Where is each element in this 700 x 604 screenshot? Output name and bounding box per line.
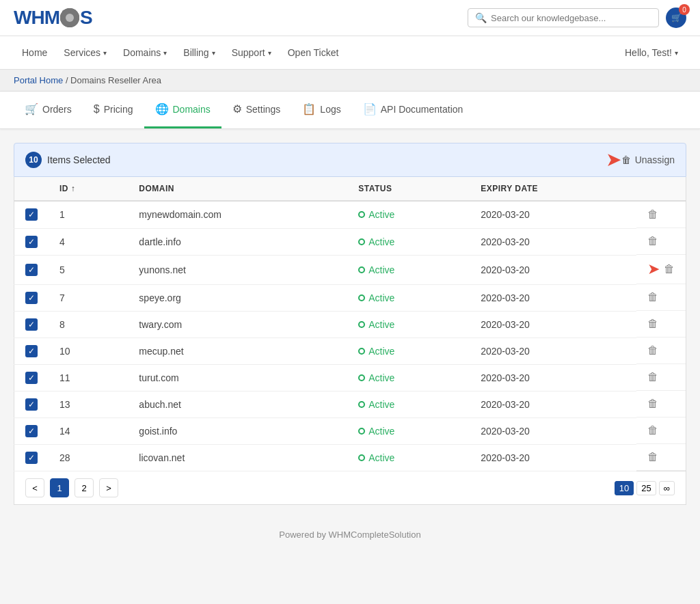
search-box[interactable]: 🔍 [468,8,659,27]
row-status: Active [347,228,470,255]
settings-icon: ⚙ [232,102,242,115]
page-1-button[interactable]: 1 [50,478,69,497]
logo: WHM S [14,7,92,29]
delete-row-button[interactable]: 🗑 [647,398,658,410]
checkbox-checked[interactable]: ✓ [25,208,38,221]
row-id: 10 [49,338,128,364]
row-checkbox[interactable]: ✓ [14,417,49,444]
page-2-button[interactable]: 2 [75,478,94,497]
row-checkbox[interactable]: ✓ [14,444,49,471]
nav-item-support[interactable]: Support ▾ [224,36,280,69]
per-page-all[interactable]: ∞ [659,481,675,495]
tab-domains-label: Domains [173,104,211,115]
checkbox-checked[interactable]: ✓ [25,345,38,357]
row-actions: 🗑 [636,364,686,391]
row-actions: 🗑 [636,391,686,417]
nav-item-billing[interactable]: Billing ▾ [175,36,223,69]
delete-row-button[interactable]: 🗑 [647,451,658,463]
domains-dropdown-arrow: ▾ [163,49,167,57]
row-domain: speye.org [128,284,347,311]
next-page-button[interactable]: > [99,478,118,497]
delete-row-button[interactable]: 🗑 [647,371,658,383]
tab-api-documentation[interactable]: 📄 API Documentation [352,92,474,128]
row-status: Active [347,364,470,391]
checkbox-checked[interactable]: ✓ [25,452,38,464]
checkbox-checked[interactable]: ✓ [25,318,38,331]
nav-item-user[interactable]: Hello, Test! ▾ [617,36,686,69]
nav-item-services[interactable]: Services ▾ [55,36,115,69]
col-id[interactable]: ID ↑ [49,177,128,201]
nav-bar: Home Services ▾ Domains ▾ Billing ▾ Supp… [0,36,700,70]
table-row: ✓11turut.comActive2020-03-20🗑 [14,364,686,391]
delete-row-button[interactable]: 🗑 [647,235,658,247]
logo-text-s: S [80,7,92,29]
row-checkbox[interactable]: ✓ [14,228,49,255]
tab-domains[interactable]: 🌐 Domains [144,92,221,128]
tab-api-documentation-label: API Documentation [381,104,463,115]
checkbox-checked[interactable]: ✓ [25,372,38,384]
row-status: Active [347,338,470,364]
table-row: ✓13abuch.netActive2020-03-20🗑 [14,391,686,417]
row-status: Active [347,417,470,444]
row-checkbox[interactable]: ✓ [14,338,49,364]
row-expiry: 2020-03-20 [470,444,636,471]
nav-item-domains[interactable]: Domains ▾ [115,36,175,69]
unassign-button[interactable]: 🗑 Unassign [621,154,675,165]
cart-button[interactable]: 🛒 0 [666,8,686,28]
checkbox-checked[interactable]: ✓ [25,398,38,411]
row-status: Active [347,284,470,311]
row-status: Active [347,444,470,471]
tab-orders[interactable]: 🛒 Orders [14,92,83,128]
user-greeting: Hello, Test! [625,47,672,58]
delete-row-button[interactable]: 🗑 [647,291,658,303]
table-row: ✓14goist.infoActive2020-03-20🗑 [14,417,686,444]
row-checkbox[interactable]: ✓ [14,391,49,417]
row-domain: licovan.net [128,444,347,471]
search-input[interactable] [491,13,651,23]
nav-item-open-ticket[interactable]: Open Ticket [280,36,347,69]
table-row: ✓28licovan.netActive2020-03-20🗑 [14,444,686,471]
row-checkbox[interactable]: ✓ [14,284,49,311]
delete-row-button[interactable]: 🗑 [664,263,675,275]
checkbox-checked[interactable]: ✓ [25,425,38,437]
per-page-10[interactable]: 10 [615,481,634,495]
status-dot [358,348,365,355]
row-checkbox[interactable]: ✓ [14,364,49,391]
nav-item-home[interactable]: Home [14,36,55,69]
delete-row-button[interactable]: 🗑 [647,424,658,437]
delete-row-button[interactable]: 🗑 [647,344,658,357]
delete-row-button[interactable]: 🗑 [647,208,658,221]
services-dropdown-arrow: ▾ [103,49,107,57]
row-status: Active [347,391,470,417]
breadcrumb-home[interactable]: Portal Home [14,75,63,85]
nav-right: Hello, Test! ▾ [617,36,686,69]
tab-orders-label: Orders [42,104,72,115]
logs-icon: 📋 [302,102,316,115]
row-checkbox[interactable]: ✓ [14,255,49,284]
per-page-25[interactable]: 25 [636,481,656,495]
row-domain: mynewdomain.com [128,201,347,228]
row-actions: 🗑 [636,202,686,228]
checkbox-checked[interactable]: ✓ [25,292,38,304]
row-domain: turut.com [128,364,347,391]
status-dot [358,374,365,381]
delete-row-button[interactable]: 🗑 [647,318,658,330]
prev-page-button[interactable]: < [25,478,44,497]
user-dropdown-arrow: ▾ [675,49,678,57]
logo-gear-icon [60,8,79,27]
tab-settings[interactable]: ⚙ Settings [221,92,292,128]
checkbox-checked[interactable]: ✓ [25,264,38,276]
row-checkbox[interactable]: ✓ [14,201,49,228]
svg-rect-5 [75,16,79,19]
api-doc-icon: 📄 [363,102,377,115]
row-checkbox[interactable]: ✓ [14,311,49,338]
row-id: 13 [49,391,128,417]
tab-logs[interactable]: 📋 Logs [291,92,351,128]
status-label: Active [368,426,394,437]
tab-pricing[interactable]: $ Pricing [83,92,144,128]
checkbox-checked[interactable]: ✓ [25,236,38,248]
col-domain: DOMAIN [128,177,347,201]
selected-bar: 10 Items Selected ➤ 🗑 Unassign [14,143,686,177]
logo-text-whmcs: WHM [14,7,59,29]
row-actions: 🗑 [636,417,686,444]
